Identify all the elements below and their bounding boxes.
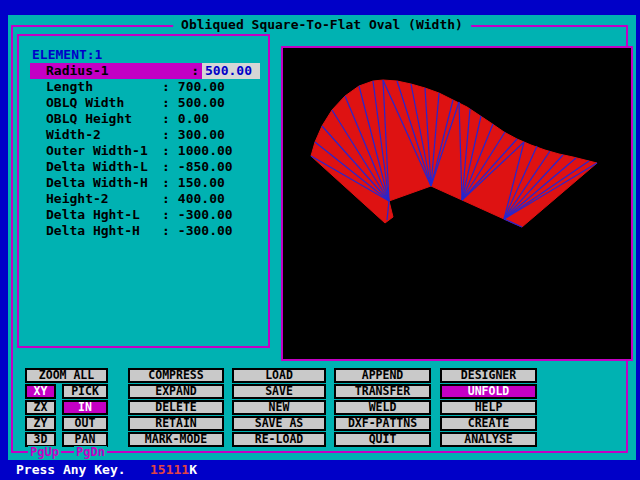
parameter-row-width-2[interactable]: Width-2:300.00 bbox=[19, 127, 268, 143]
parameter-separator: : bbox=[162, 127, 170, 142]
parameter-separator: : bbox=[162, 79, 170, 94]
parameter-separator: : bbox=[191, 63, 202, 79]
pgup-hint: PgUp bbox=[28, 446, 61, 459]
parameter-value-field[interactable]: 500.00 bbox=[202, 63, 260, 79]
button-new[interactable]: NEW bbox=[232, 400, 326, 415]
button-retain[interactable]: RETAIN bbox=[128, 416, 224, 431]
parameter-separator: : bbox=[162, 175, 170, 190]
parameter-value: -850.00 bbox=[170, 159, 233, 174]
parameter-row-delta-width-l[interactable]: Delta Width-L:-850.00 bbox=[19, 159, 268, 175]
parameter-value: -300.00 bbox=[170, 207, 233, 222]
memory-value: 15111 bbox=[150, 462, 189, 477]
parameter-label: Length bbox=[46, 79, 162, 95]
parameter-label: Delta Hght-L bbox=[46, 207, 162, 223]
parameter-row-delta-hght-h[interactable]: Delta Hght-H:-300.00 bbox=[19, 223, 268, 239]
parameter-row-delta-hght-l[interactable]: Delta Hght-L:-300.00 bbox=[19, 207, 268, 223]
button-save[interactable]: SAVE bbox=[232, 384, 326, 399]
parameter-label: Delta Width-L bbox=[46, 159, 162, 175]
parameter-row-length[interactable]: Length:700.00 bbox=[19, 79, 268, 95]
parameter-label: OBLQ Width bbox=[46, 95, 162, 111]
parameter-row-oblq-width[interactable]: OBLQ Width:500.00 bbox=[19, 95, 268, 111]
parameter-label: Radius-1 bbox=[30, 63, 109, 79]
button-zy[interactable]: ZY bbox=[25, 416, 56, 431]
parameter-separator: : bbox=[162, 159, 170, 174]
parameter-value: 500.00 bbox=[170, 95, 225, 110]
button-re-load[interactable]: RE-LOAD bbox=[232, 432, 326, 447]
button-pick[interactable]: PICK bbox=[62, 384, 108, 399]
button-xy[interactable]: XY bbox=[25, 384, 56, 399]
parameter-separator: : bbox=[162, 223, 170, 238]
button-help[interactable]: HELP bbox=[440, 400, 537, 415]
button-compress[interactable]: COMPRESS bbox=[128, 368, 224, 383]
button-analyse[interactable]: ANALYSE bbox=[440, 432, 537, 447]
memory-indicator: 15111K bbox=[150, 460, 197, 480]
button-append[interactable]: APPEND bbox=[334, 368, 431, 383]
application-screen: Obliqued Square-To-Flat Oval (Width) ELE… bbox=[0, 0, 640, 480]
button-delete[interactable]: DELETE bbox=[128, 400, 224, 415]
parameter-row-oblq-height[interactable]: OBLQ Height:0.00 bbox=[19, 111, 268, 127]
parameter-value: 150.00 bbox=[170, 175, 225, 190]
button-zx[interactable]: ZX bbox=[25, 400, 56, 415]
button-dxf-pattns[interactable]: DXF-PATTNS bbox=[334, 416, 431, 431]
parameter-row-radius-1[interactable]: Radius-1: 500.00 bbox=[19, 63, 268, 79]
parameter-separator: : bbox=[162, 191, 170, 206]
memory-unit: K bbox=[189, 462, 197, 477]
unfold-wireframe-drawing bbox=[283, 48, 631, 359]
button-zoom-all[interactable]: ZOOM ALL bbox=[25, 368, 108, 383]
wireframe-viewport[interactable] bbox=[281, 46, 633, 361]
parameter-value: 400.00 bbox=[170, 191, 225, 206]
window-title: Obliqued Square-To-Flat Oval (Width) bbox=[173, 17, 471, 32]
button-in[interactable]: IN bbox=[62, 400, 108, 415]
parameter-label: OBLQ Height bbox=[46, 111, 162, 127]
selected-row-highlight: Radius-1: bbox=[30, 63, 202, 79]
parameter-value: 300.00 bbox=[170, 127, 225, 142]
parameter-row-height-2[interactable]: Height-2:400.00 bbox=[19, 191, 268, 207]
parameter-panel: ELEMENT:1 Radius-1: 500.00 Length:700.00… bbox=[17, 34, 270, 348]
button-create[interactable]: CREATE bbox=[440, 416, 537, 431]
parameter-label: Height-2 bbox=[46, 191, 162, 207]
parameter-separator: : bbox=[162, 111, 170, 126]
parameter-label: Delta Width-H bbox=[46, 175, 162, 191]
parameter-label: Delta Hght-H bbox=[46, 223, 162, 239]
element-label: ELEMENT:1 bbox=[32, 47, 102, 62]
status-bar: Press Any Key. 15111K bbox=[0, 460, 640, 480]
status-message: Press Any Key. bbox=[16, 460, 126, 480]
button-weld[interactable]: WELD bbox=[334, 400, 431, 415]
button-out[interactable]: OUT bbox=[62, 416, 108, 431]
parameter-label: Outer Width-1 bbox=[46, 143, 162, 159]
button-designer[interactable]: DESIGNER bbox=[440, 368, 537, 383]
parameter-separator: : bbox=[162, 143, 170, 158]
button-save-as[interactable]: SAVE AS bbox=[232, 416, 326, 431]
button-transfer[interactable]: TRANSFER bbox=[334, 384, 431, 399]
parameter-value: 0.00 bbox=[170, 111, 209, 126]
button-quit[interactable]: QUIT bbox=[334, 432, 431, 447]
button-load[interactable]: LOAD bbox=[232, 368, 326, 383]
parameter-label: Width-2 bbox=[46, 127, 162, 143]
parameter-row-delta-width-h[interactable]: Delta Width-H:150.00 bbox=[19, 175, 268, 191]
button-unfold[interactable]: UNFOLD bbox=[440, 384, 537, 399]
parameter-value: 1000.00 bbox=[170, 143, 233, 158]
pgdn-hint: PgDn bbox=[74, 446, 107, 459]
button-expand[interactable]: EXPAND bbox=[128, 384, 224, 399]
parameter-separator: : bbox=[162, 95, 170, 110]
parameter-row-outer-width-1[interactable]: Outer Width-1:1000.00 bbox=[19, 143, 268, 159]
parameter-value: -300.00 bbox=[170, 223, 233, 238]
parameter-separator: : bbox=[162, 207, 170, 222]
button-mark-mode[interactable]: MARK-MODE bbox=[128, 432, 224, 447]
parameter-value: 700.00 bbox=[170, 79, 225, 94]
